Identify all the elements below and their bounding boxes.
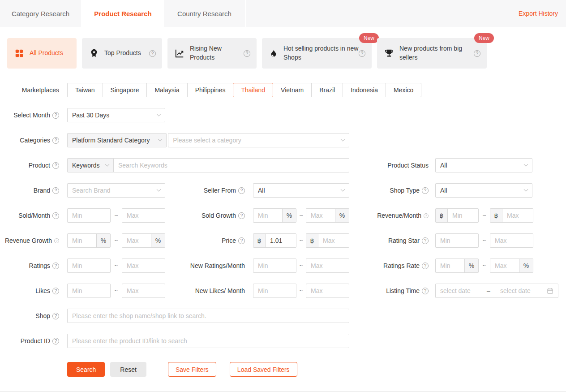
marketplace-thailand[interactable]: Thailand [233,83,273,97]
percent-suffix: % [464,259,478,272]
category-placeholder: Please select a category [173,137,241,144]
marketplace-brazil[interactable]: Brazil [311,83,343,97]
shop-search-input[interactable] [67,309,349,323]
marketplace-indonesia[interactable]: Indonesia [343,83,386,97]
card-top-products[interactable]: Top Products ? [82,38,162,69]
reset-button[interactable]: Reset [110,362,146,377]
help-icon[interactable]: ? [52,288,59,294]
help-icon[interactable]: ? [422,288,429,294]
product-label: Product [29,162,50,169]
range-separator: ~ [296,212,306,219]
card-new-products-big-sellers[interactable]: New New products from big sellers ? [377,38,487,69]
card-hot-selling-new-shops[interactable]: New Hot selling products in new Shops ? [262,38,372,69]
shop-type-value: All [440,187,447,194]
range-separator: ~ [479,262,490,269]
help-icon[interactable]: ? [54,238,59,243]
revenue-month-min-input[interactable] [448,209,478,222]
tab-category-research[interactable]: Category Research [0,0,82,27]
sold-month-max-input[interactable] [122,208,165,223]
action-buttons: Search Reset Save Filters Load Saved Fil… [67,362,566,377]
ratings-rate-max-input[interactable] [490,259,519,272]
marketplace-philippines[interactable]: Philippines [187,83,234,97]
listing-time-date-range[interactable]: select date – select date [435,284,558,298]
ratings-max-input[interactable] [122,258,165,273]
card-rising-new-products[interactable]: Rising New Products ? [167,38,257,69]
sold-growth-max-input[interactable] [306,209,335,222]
range-separator: ~ [111,212,122,219]
brand-dropdown[interactable]: Search Brand [67,183,165,198]
help-icon[interactable]: ? [52,162,59,169]
product-id-input[interactable] [67,334,349,348]
sold-month-min-input[interactable] [67,208,111,223]
tab-country-research[interactable]: Country Research [164,0,246,27]
help-icon[interactable]: ? [52,263,59,269]
help-icon[interactable]: ? [52,187,59,194]
marketplace-vietnam[interactable]: Vietnam [273,83,312,97]
product-search-type-dropdown[interactable]: Keywords [67,158,114,172]
shop-type-dropdown[interactable]: All [435,183,532,198]
tab-product-research[interactable]: Product Research [82,0,164,27]
marketplace-singapore[interactable]: Singapore [103,83,147,97]
export-history-link[interactable]: Export History [519,10,566,17]
help-icon[interactable]: ? [424,213,429,218]
sold-month-label: Sold/Month [18,212,50,219]
load-saved-filters-button[interactable]: Load Saved Filters [230,362,297,377]
rating-star-max-input[interactable] [490,233,533,248]
likes-max-input[interactable] [122,284,165,298]
help-icon[interactable]: ? [238,237,245,244]
select-month-value: Past 30 Days [72,112,109,119]
card-all-products[interactable]: All Products [7,38,77,69]
help-icon[interactable]: ? [474,50,480,57]
product-status-dropdown[interactable]: All [435,158,532,172]
marketplace-label: Mexico [394,86,413,94]
sold-growth-min-input[interactable] [253,209,282,222]
help-icon[interactable]: ? [422,263,429,269]
marketplace-taiwan[interactable]: Taiwan [67,83,103,97]
new-likes-month-max-input[interactable] [306,284,349,298]
percent-suffix: % [519,259,533,272]
search-button[interactable]: Search [67,362,105,377]
new-ratings-month-min-input[interactable] [253,258,296,273]
ratings-min-input[interactable] [67,258,111,273]
end-date-placeholder[interactable]: select date [500,287,547,294]
likes-min-input[interactable] [67,284,111,298]
price-max-input[interactable] [318,234,349,247]
save-filters-button[interactable]: Save Filters [168,362,216,377]
range-separator: ~ [111,287,122,294]
help-icon[interactable]: ? [52,112,59,119]
help-icon[interactable]: ? [52,338,59,345]
category-select-dropdown[interactable]: Please select a category [168,133,349,147]
ratings-rate-label: Ratings Rate [383,262,420,269]
range-separator: ~ [296,287,306,294]
card-label: New products from big sellers [399,44,474,62]
rating-star-min-input[interactable] [435,233,479,248]
revenue-month-label: Revenue/Month [377,212,421,219]
help-icon[interactable]: ? [238,212,245,219]
help-icon[interactable]: ? [52,212,59,219]
revenue-growth-min-input[interactable] [68,234,96,247]
help-icon[interactable]: ? [52,313,59,319]
help-icon[interactable]: ? [359,50,365,57]
help-icon[interactable]: ? [149,50,156,57]
revenue-month-max-input[interactable] [502,209,533,222]
new-likes-month-min-input[interactable] [253,284,296,298]
select-month-dropdown[interactable]: Past 30 Days [67,108,165,122]
ratings-rate-min-input[interactable] [436,259,464,272]
marketplace-mexico[interactable]: Mexico [386,83,421,97]
start-date-placeholder[interactable]: select date [440,287,487,294]
help-icon[interactable]: ? [238,187,245,194]
seller-from-dropdown[interactable]: All [253,183,349,198]
revenue-growth-max-input[interactable] [122,234,151,247]
chevron-down-icon [157,187,161,191]
help-icon[interactable]: ? [422,237,429,244]
help-icon[interactable]: ? [244,50,250,57]
category-type-dropdown[interactable]: Platform Standard Category [67,133,167,147]
marketplace-malaysia[interactable]: Malaysia [146,83,187,97]
revenue-growth-label: Revenue Growth [5,237,52,244]
marketplace-label: Vietnam [281,86,304,94]
product-keywords-input[interactable] [113,158,349,172]
price-min-input[interactable] [266,234,296,247]
help-icon[interactable]: ? [422,187,429,194]
new-ratings-month-max-input[interactable] [306,258,349,273]
help-icon[interactable]: ? [52,137,59,144]
